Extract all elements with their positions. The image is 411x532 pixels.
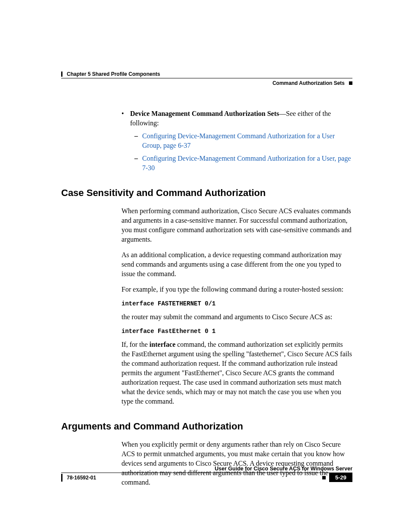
paragraph: If, for the interface command, the comma… (121, 340, 352, 406)
footer-right: 5-29 (322, 473, 352, 482)
sub-bullet-2: – Configuring Device-Management Command … (134, 154, 352, 173)
bullet-text: Device Management Command Authorization … (130, 109, 352, 128)
footer-bottom-row: 78-16592-01 5-29 (61, 473, 352, 482)
running-header: Chapter 5 Shared Profile Components Comm… (61, 71, 352, 86)
paragraph: As an additional complication, a device … (121, 250, 352, 279)
heading-case-sensitivity: Case Sensitivity and Command Authorizati… (61, 187, 352, 199)
code-line: interface FastEthernet 0 1 (121, 328, 352, 335)
xref-link-group[interactable]: Configuring Device-Management Command Au… (142, 131, 352, 150)
section-label: Command Authorization Sets (272, 80, 345, 86)
paragraph: the router may submit the command and ar… (121, 312, 352, 322)
heading-arguments: Arguments and Command Authorization (61, 421, 352, 432)
bullet-lead-bold: Device Management Command Authorization … (130, 110, 279, 117)
page-footer: User Guide for Cisco Secure ACS for Wind… (61, 466, 352, 482)
content-area: • Device Management Command Authorizatio… (61, 109, 352, 487)
bullet-icon: • (121, 109, 130, 128)
section1-body: When performing command authorization, C… (121, 206, 352, 406)
header-square-icon (349, 81, 352, 85)
footer-guide-title: User Guide for Cisco Secure ACS for Wind… (61, 466, 352, 473)
doc-id: 78-16592-01 (67, 475, 96, 481)
paragraph: When performing command authorization, C… (121, 206, 352, 244)
intro-bullet-block: • Device Management Command Authorizatio… (121, 109, 352, 173)
dash-icon: – (134, 154, 142, 173)
footer-bar-icon (61, 474, 62, 482)
sub-bullet-1: – Configuring Device-Management Command … (134, 131, 352, 150)
p5-part-c: command, the command authorization set e… (121, 341, 352, 405)
bullet-item: • Device Management Command Authorizatio… (121, 109, 352, 128)
p5-part-a: If, for the (121, 341, 149, 348)
page-number: 5-29 (329, 473, 352, 482)
dash-icon: – (134, 131, 142, 150)
p5-bold-interface: interface (149, 341, 175, 348)
footer-left: 78-16592-01 (61, 473, 96, 482)
xref-link-user[interactable]: Configuring Device-Management Command Au… (142, 154, 352, 173)
chapter-label: Chapter 5 Shared Profile Components (67, 71, 160, 77)
paragraph: For example, if you type the following c… (121, 285, 352, 294)
header-top-row: Chapter 5 Shared Profile Components (61, 71, 352, 78)
header-sub-row: Command Authorization Sets (61, 80, 352, 86)
page: Chapter 5 Shared Profile Components Comm… (0, 0, 411, 532)
header-bar-icon (61, 72, 62, 77)
footer-square-icon (322, 476, 326, 479)
code-line: interface FASTETHERNET 0/1 (121, 300, 352, 307)
